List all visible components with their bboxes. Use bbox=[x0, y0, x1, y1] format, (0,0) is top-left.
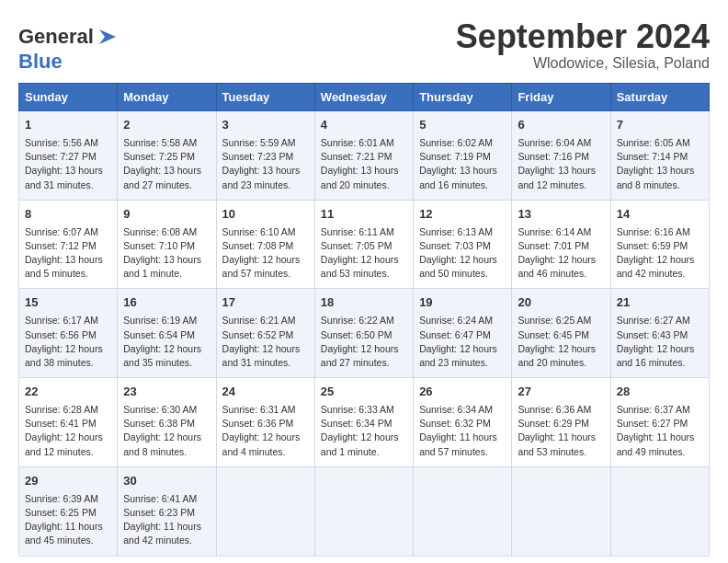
sunrise-time: Sunrise: 6:25 AM bbox=[518, 315, 591, 326]
day-number: 7 bbox=[617, 117, 703, 134]
table-cell: 29 Sunrise: 6:39 AM Sunset: 6:25 PM Dayl… bbox=[19, 466, 118, 556]
day-number: 3 bbox=[222, 117, 309, 134]
col-sunday: Sunday bbox=[19, 84, 118, 111]
sunrise-time: Sunrise: 6:21 AM bbox=[222, 315, 296, 326]
daylight-hours: Daylight: 13 hours and 27 minutes. bbox=[123, 165, 201, 190]
calendar-week-row: 15 Sunrise: 6:17 AM Sunset: 6:56 PM Dayl… bbox=[19, 289, 710, 378]
sunrise-time: Sunrise: 6:37 AM bbox=[617, 404, 690, 415]
sunrise-time: Sunrise: 6:39 AM bbox=[25, 493, 98, 504]
calendar-week-row: 22 Sunrise: 6:28 AM Sunset: 6:41 PM Dayl… bbox=[19, 378, 710, 467]
table-cell: 22 Sunrise: 6:28 AM Sunset: 6:41 PM Dayl… bbox=[19, 378, 118, 467]
sunset-time: Sunset: 6:50 PM bbox=[321, 329, 392, 340]
sunrise-time: Sunrise: 6:34 AM bbox=[419, 404, 493, 415]
sunset-time: Sunset: 6:41 PM bbox=[25, 418, 97, 429]
table-cell: 4 Sunrise: 6:01 AM Sunset: 7:21 PM Dayli… bbox=[314, 111, 413, 201]
table-cell: 17 Sunrise: 6:21 AM Sunset: 6:52 PM Dayl… bbox=[216, 289, 314, 378]
day-number: 30 bbox=[123, 473, 210, 490]
daylight-hours: Daylight: 12 hours and 16 minutes. bbox=[617, 343, 695, 368]
sunrise-time: Sunrise: 6:11 AM bbox=[321, 226, 394, 237]
daylight-hours: Daylight: 13 hours and 16 minutes. bbox=[419, 165, 497, 190]
col-monday: Monday bbox=[118, 84, 216, 111]
day-number: 1 bbox=[25, 117, 111, 134]
day-number: 29 bbox=[25, 473, 111, 490]
daylight-hours: Daylight: 13 hours and 23 minutes. bbox=[222, 165, 301, 190]
sunset-time: Sunset: 7:12 PM bbox=[25, 240, 97, 251]
sunrise-time: Sunrise: 6:41 AM bbox=[123, 493, 197, 504]
col-saturday: Saturday bbox=[610, 84, 709, 111]
day-number: 14 bbox=[617, 206, 703, 224]
day-number: 10 bbox=[222, 206, 309, 224]
table-cell: 14 Sunrise: 6:16 AM Sunset: 6:59 PM Dayl… bbox=[610, 200, 709, 289]
sunset-time: Sunset: 7:21 PM bbox=[321, 151, 392, 162]
day-number: 28 bbox=[617, 384, 703, 401]
calendar-week-row: 8 Sunrise: 6:07 AM Sunset: 7:12 PM Dayli… bbox=[19, 200, 710, 289]
sunrise-time: Sunrise: 6:13 AM bbox=[419, 226, 493, 237]
table-cell: 10 Sunrise: 6:10 AM Sunset: 7:08 PM Dayl… bbox=[216, 200, 314, 289]
daylight-hours: Daylight: 11 hours and 57 minutes. bbox=[419, 431, 497, 456]
table-cell: 25 Sunrise: 6:33 AM Sunset: 6:34 PM Dayl… bbox=[314, 378, 413, 467]
day-number: 16 bbox=[123, 294, 210, 312]
sunset-time: Sunset: 6:43 PM bbox=[617, 329, 688, 340]
table-cell: 11 Sunrise: 6:11 AM Sunset: 7:05 PM Dayl… bbox=[314, 200, 413, 289]
table-cell bbox=[314, 466, 413, 556]
calendar-week-row: 1 Sunrise: 5:56 AM Sunset: 7:27 PM Dayli… bbox=[19, 111, 710, 201]
day-number: 5 bbox=[419, 117, 506, 134]
daylight-hours: Daylight: 12 hours and 46 minutes. bbox=[518, 254, 596, 279]
sunrise-time: Sunrise: 6:28 AM bbox=[25, 404, 98, 415]
table-cell: 19 Sunrise: 6:24 AM Sunset: 6:47 PM Dayl… bbox=[414, 289, 512, 378]
daylight-hours: Daylight: 13 hours and 12 minutes. bbox=[518, 165, 596, 190]
sunset-time: Sunset: 7:16 PM bbox=[518, 151, 589, 162]
sunset-time: Sunset: 7:05 PM bbox=[321, 240, 392, 251]
daylight-hours: Daylight: 11 hours and 53 minutes. bbox=[518, 431, 596, 456]
daylight-hours: Daylight: 12 hours and 42 minutes. bbox=[617, 254, 695, 279]
table-cell: 18 Sunrise: 6:22 AM Sunset: 6:50 PM Dayl… bbox=[314, 289, 413, 378]
sunrise-time: Sunrise: 6:10 AM bbox=[222, 226, 296, 237]
logo: General Blue bbox=[18, 24, 121, 74]
sunrise-time: Sunrise: 5:56 AM bbox=[25, 137, 98, 148]
daylight-hours: Daylight: 11 hours and 42 minutes. bbox=[123, 521, 201, 546]
sunset-time: Sunset: 7:23 PM bbox=[222, 151, 294, 162]
day-number: 2 bbox=[123, 117, 210, 134]
sunset-time: Sunset: 6:38 PM bbox=[123, 418, 195, 429]
daylight-hours: Daylight: 12 hours and 27 minutes. bbox=[321, 343, 399, 368]
daylight-hours: Daylight: 12 hours and 8 minutes. bbox=[123, 431, 201, 456]
daylight-hours: Daylight: 12 hours and 20 minutes. bbox=[518, 343, 596, 368]
sunrise-time: Sunrise: 6:27 AM bbox=[617, 315, 690, 326]
table-cell: 3 Sunrise: 5:59 AM Sunset: 7:23 PM Dayli… bbox=[216, 111, 314, 201]
sunrise-time: Sunrise: 6:33 AM bbox=[321, 404, 394, 415]
daylight-hours: Daylight: 11 hours and 49 minutes. bbox=[617, 431, 695, 456]
daylight-hours: Daylight: 11 hours and 45 minutes. bbox=[25, 521, 103, 546]
sunset-time: Sunset: 6:34 PM bbox=[321, 418, 392, 429]
table-cell: 7 Sunrise: 6:05 AM Sunset: 7:14 PM Dayli… bbox=[610, 111, 709, 201]
col-wednesday: Wednesday bbox=[314, 84, 413, 111]
sunrise-time: Sunrise: 6:22 AM bbox=[321, 315, 394, 326]
sunset-time: Sunset: 7:08 PM bbox=[222, 240, 294, 251]
daylight-hours: Daylight: 12 hours and 53 minutes. bbox=[321, 254, 399, 279]
day-number: 15 bbox=[25, 294, 111, 312]
table-cell: 24 Sunrise: 6:31 AM Sunset: 6:36 PM Dayl… bbox=[216, 378, 314, 467]
sunrise-time: Sunrise: 6:05 AM bbox=[617, 137, 690, 148]
table-cell: 15 Sunrise: 6:17 AM Sunset: 6:56 PM Dayl… bbox=[19, 289, 118, 378]
sunset-time: Sunset: 6:47 PM bbox=[419, 329, 491, 340]
daylight-hours: Daylight: 12 hours and 50 minutes. bbox=[419, 254, 497, 279]
sunrise-time: Sunrise: 6:01 AM bbox=[321, 137, 394, 148]
daylight-hours: Daylight: 12 hours and 23 minutes. bbox=[419, 343, 497, 368]
day-number: 27 bbox=[518, 384, 604, 401]
col-friday: Friday bbox=[512, 84, 610, 111]
sunset-time: Sunset: 6:25 PM bbox=[25, 507, 97, 518]
table-cell: 5 Sunrise: 6:02 AM Sunset: 7:19 PM Dayli… bbox=[414, 111, 512, 201]
logo-blue: Blue bbox=[18, 50, 63, 73]
sunset-time: Sunset: 7:01 PM bbox=[518, 240, 589, 251]
sunrise-time: Sunrise: 5:58 AM bbox=[123, 137, 197, 148]
daylight-hours: Daylight: 12 hours and 31 minutes. bbox=[222, 343, 301, 368]
sunrise-time: Sunrise: 6:14 AM bbox=[518, 226, 591, 237]
day-number: 21 bbox=[617, 294, 703, 312]
title-block: September 2024 Wlodowice, Silesia, Polan… bbox=[456, 18, 710, 72]
sunrise-time: Sunrise: 5:59 AM bbox=[222, 137, 296, 148]
table-cell: 8 Sunrise: 6:07 AM Sunset: 7:12 PM Dayli… bbox=[19, 200, 118, 289]
sunrise-time: Sunrise: 6:02 AM bbox=[419, 137, 493, 148]
table-cell: 2 Sunrise: 5:58 AM Sunset: 7:25 PM Dayli… bbox=[118, 111, 216, 201]
sunset-time: Sunset: 7:10 PM bbox=[123, 240, 195, 251]
page-header: General Blue September 2024 Wlodowice, S… bbox=[18, 18, 710, 74]
sunset-time: Sunset: 6:56 PM bbox=[25, 329, 97, 340]
